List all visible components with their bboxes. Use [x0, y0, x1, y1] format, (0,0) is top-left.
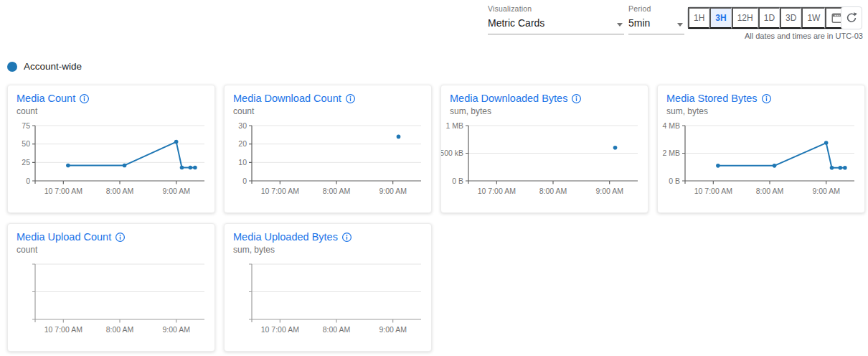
period-value[interactable]: 5min [628, 17, 650, 29]
card-subtitle: count [233, 106, 423, 116]
svg-text:8:00 AM: 8:00 AM [106, 187, 134, 195]
legend-item-account-wide: Account-wide [7, 61, 82, 72]
card-subtitle: count [16, 106, 206, 116]
svg-text:8:00 AM: 8:00 AM [323, 325, 351, 334]
svg-text:0: 0 [26, 177, 30, 185]
chevron-down-icon [617, 23, 623, 27]
chart-canvas: 10 7:00 AM8:00 AM9:00 AM [8, 258, 209, 342]
metric-card-media-download-count: Media Download Count count 010203010 7:0… [224, 85, 432, 213]
svg-text:500 kB: 500 kB [441, 149, 463, 157]
svg-text:75: 75 [22, 121, 30, 130]
svg-text:8:00 AM: 8:00 AM [323, 187, 351, 195]
card-subtitle: sum, bytes [666, 106, 856, 116]
chart-canvas: 10 7:00 AM8:00 AM9:00 AM [225, 258, 425, 342]
card-title: Media Downloaded Bytes [450, 93, 567, 104]
svg-text:9:00 AM: 9:00 AM [379, 187, 407, 195]
svg-text:10 7:00 AM: 10 7:00 AM [478, 187, 516, 195]
info-icon[interactable] [761, 93, 772, 104]
range-button-1h[interactable]: 1H [688, 7, 709, 29]
info-icon[interactable] [571, 93, 582, 104]
metric-card-media-count: Media Count count 025507510 7:00 AM8:00 … [7, 85, 215, 213]
visualization-select[interactable]: Visualization Metric Cards [488, 4, 624, 34]
svg-text:4 MB: 4 MB [662, 121, 680, 130]
metric-card-media-uploaded-bytes: Media Uploaded Bytes sum, bytes 10 7:00 … [224, 223, 432, 352]
svg-text:0 B: 0 B [452, 177, 463, 185]
info-icon[interactable] [341, 232, 352, 243]
svg-text:10 7:00 AM: 10 7:00 AM [44, 325, 82, 334]
svg-text:8:00 AM: 8:00 AM [756, 187, 784, 195]
svg-text:0 B: 0 B [669, 177, 680, 185]
svg-text:30: 30 [238, 121, 247, 130]
info-icon[interactable] [345, 93, 356, 104]
svg-text:10 7:00 AM: 10 7:00 AM [694, 187, 732, 195]
card-title: Media Uploaded Bytes [233, 231, 338, 243]
chart-canvas: 0 B500 kB1 MB10 7:00 AM8:00 AM9:00 AM [441, 119, 642, 204]
svg-text:20: 20 [238, 139, 247, 148]
refresh-button[interactable] [841, 6, 862, 29]
svg-text:2 MB: 2 MB [662, 149, 680, 157]
card-title: Media Stored Bytes [666, 93, 758, 104]
svg-text:10 7:00 AM: 10 7:00 AM [44, 187, 82, 195]
timezone-note: All dates and times are in UTC-03 [745, 32, 863, 40]
info-icon[interactable] [79, 93, 90, 104]
card-title: Media Count [16, 93, 75, 104]
range-button-12h[interactable]: 12H [732, 7, 758, 29]
svg-text:9:00 AM: 9:00 AM [162, 325, 190, 334]
metric-card-media-upload-count: Media Upload Count count 10 7:00 AM8:00 … [7, 223, 215, 352]
series-color-dot [7, 62, 17, 72]
svg-text:9:00 AM: 9:00 AM [162, 187, 190, 195]
svg-text:10: 10 [238, 158, 247, 167]
svg-text:8:00 AM: 8:00 AM [539, 187, 567, 195]
svg-text:9:00 AM: 9:00 AM [379, 325, 407, 334]
range-button-3d[interactable]: 3D [780, 7, 801, 29]
range-button-1d[interactable]: 1D [758, 7, 780, 29]
period-select[interactable]: Period 5min [628, 4, 684, 34]
info-icon[interactable] [115, 232, 126, 243]
chart-canvas: 010203010 7:00 AM8:00 AM9:00 AM [225, 119, 425, 204]
metric-card-media-stored-bytes: Media Stored Bytes sum, bytes 0 B2 MB4 M… [657, 85, 865, 213]
time-range-button-group: 1H 3H 12H 1D 3D 1W [687, 6, 849, 29]
svg-text:9:00 AM: 9:00 AM [812, 187, 840, 195]
metric-cards-grid: Media Count count 025507510 7:00 AM8:00 … [7, 85, 865, 352]
metric-card-media-downloaded-bytes: Media Downloaded Bytes sum, bytes 0 B500… [440, 85, 648, 213]
legend-label: Account-wide [24, 61, 82, 72]
card-title: Media Download Count [233, 93, 341, 104]
card-subtitle: count [16, 245, 206, 255]
svg-text:25: 25 [22, 158, 30, 167]
svg-text:10 7:00 AM: 10 7:00 AM [261, 187, 299, 195]
period-label: Period [628, 4, 684, 13]
visualization-label: Visualization [488, 4, 624, 13]
refresh-icon [845, 11, 858, 24]
range-button-1w[interactable]: 1W [801, 7, 825, 29]
chart-canvas: 0 B2 MB4 MB10 7:00 AM8:00 AM9:00 AM [658, 119, 859, 204]
svg-text:8:00 AM: 8:00 AM [106, 325, 134, 334]
range-button-3h[interactable]: 3H [709, 7, 731, 29]
card-subtitle: sum, bytes [233, 245, 423, 255]
svg-text:0: 0 [242, 177, 247, 185]
chart-canvas: 025507510 7:00 AM8:00 AM9:00 AM [8, 119, 209, 204]
visualization-value[interactable]: Metric Cards [488, 17, 544, 29]
svg-text:50: 50 [22, 139, 30, 148]
card-title: Media Upload Count [16, 231, 111, 243]
card-subtitle: sum, bytes [450, 106, 639, 116]
chevron-down-icon [677, 23, 683, 27]
svg-text:10 7:00 AM: 10 7:00 AM [261, 325, 299, 334]
svg-text:9:00 AM: 9:00 AM [595, 187, 623, 195]
svg-text:1 MB: 1 MB [445, 121, 463, 130]
